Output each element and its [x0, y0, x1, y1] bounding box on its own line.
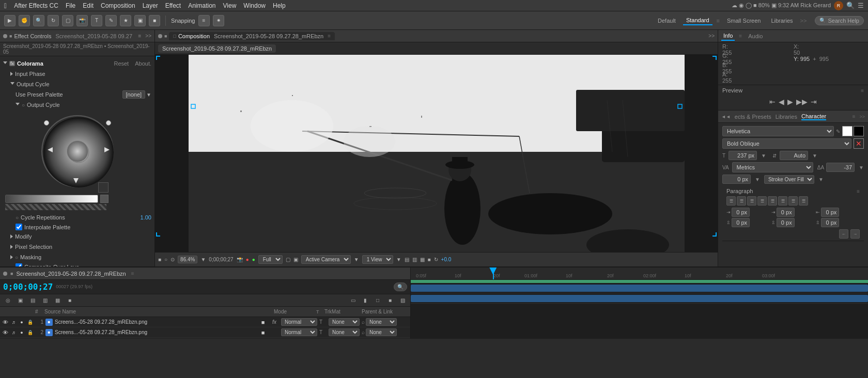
para-btn-1[interactable]: ←	[839, 229, 848, 239]
indent-input-1[interactable]	[732, 208, 750, 217]
output-cycle-triangle[interactable]	[10, 82, 14, 87]
tl-btn-2[interactable]: ▣	[16, 296, 25, 305]
tab-libraries[interactable]: Libraries	[776, 114, 797, 120]
align-justify-all-btn[interactable]: ☰	[788, 196, 798, 206]
timeline-menu[interactable]: ≡	[131, 271, 134, 276]
comp-tab-menu[interactable]: ≡	[328, 33, 331, 39]
workspace-standard[interactable]: Standard	[683, 16, 712, 25]
layer-1-parent[interactable]: None	[366, 318, 397, 326]
quality-select[interactable]: Full	[258, 255, 283, 264]
layer-2-lock[interactable]: 🔒	[27, 329, 33, 336]
comp-res-icon2[interactable]: ▣	[293, 257, 298, 262]
layer-1-lock[interactable]: 🔒	[27, 319, 33, 325]
rect-tool[interactable]: ▢	[62, 15, 73, 26]
comp-close-btn[interactable]	[158, 34, 162, 38]
tl-btn-11[interactable]: ▨	[398, 296, 407, 305]
menu-list-icon[interactable]: ☰	[858, 2, 864, 9]
layer-2-audio[interactable]: ♬	[10, 329, 17, 336]
track-row-2[interactable]	[411, 293, 868, 304]
masking-triangle[interactable]	[10, 255, 13, 259]
output-cycle-row[interactable]: Output Cycle	[0, 79, 154, 89]
style-select[interactable]: Bold Oblique	[722, 138, 851, 149]
stroke-size-arrow[interactable]: ▼	[755, 177, 760, 182]
stroke-color-swatch[interactable]	[854, 126, 864, 136]
layer-1-mode[interactable]: Normal	[281, 318, 317, 326]
comp-breadcrumb-tab[interactable]: Screenshot_2019-05-28 09.27.28_mREbzn	[158, 44, 276, 53]
right-expand-btn[interactable]: >>	[859, 114, 865, 119]
menu-after-effects[interactable]: After Effects CC	[14, 2, 58, 9]
tl-btn-5[interactable]: ▦	[53, 296, 62, 305]
menu-view[interactable]: View	[223, 2, 237, 9]
prev-frame-fwd-btn[interactable]: ▶▶	[796, 98, 808, 106]
reset-btn[interactable]: Reset	[114, 60, 129, 67]
snapping-toggle[interactable]: ≡	[198, 15, 210, 26]
wheel-end-marker[interactable]	[98, 182, 109, 193]
tab-audio[interactable]: Audio	[746, 32, 765, 40]
indent-input-3[interactable]	[821, 208, 839, 217]
size-arrow[interactable]: ▼	[761, 153, 766, 159]
pen-tool[interactable]: ✎	[105, 15, 117, 26]
tab-effects-presets[interactable]: ects & Presets	[735, 114, 771, 120]
modify-triangle[interactable]	[10, 234, 13, 239]
interpolate-checkbox[interactable]	[16, 224, 22, 230]
tl-btn-1[interactable]: ◎	[3, 296, 12, 305]
menu-help[interactable]: Help	[273, 2, 286, 9]
kerning-input[interactable]	[826, 163, 855, 172]
leading-arrow[interactable]: ▼	[812, 153, 817, 159]
char-menu-icon[interactable]: ≡	[853, 114, 856, 119]
prev-start-btn[interactable]: ⇤	[769, 98, 776, 106]
info-menu-icon[interactable]: ≡	[739, 33, 742, 39]
layer-1-name[interactable]: Screens...-05-28 09.27.28_mREbzn.png	[55, 319, 256, 325]
timeline-close-btn[interactable]	[3, 272, 7, 276]
comp-layout-btn4[interactable]: ■	[428, 257, 431, 262]
pixel-selection-row[interactable]: Pixel Selection	[0, 242, 154, 252]
layer-2-switch[interactable]: ■	[258, 329, 268, 336]
output-cycle-sub-triangle[interactable]	[16, 103, 20, 107]
prev-frame-back-btn[interactable]: ◀	[779, 98, 784, 106]
align-left-btn[interactable]: ☰	[726, 196, 736, 206]
comp-refresh-btn[interactable]: ↻	[434, 257, 438, 262]
comp-main-tab[interactable]: □ Composition Screenshot_2019-05-28 09.2…	[169, 32, 335, 40]
about-btn[interactable]: About.	[135, 60, 151, 67]
comp-color-icon2[interactable]: ●	[252, 257, 255, 262]
layer-1-audio[interactable]: ♬	[10, 319, 17, 325]
align-justify-center-btn[interactable]: ☰	[768, 196, 777, 206]
tab-character[interactable]: Character	[801, 113, 826, 120]
gradient-end-box[interactable]	[100, 195, 109, 203]
comp-panel-expand[interactable]: >>	[708, 33, 715, 39]
tl-btn-6[interactable]: ■	[65, 296, 74, 305]
comp-res-icon[interactable]: ▢	[286, 257, 290, 262]
selection-tool[interactable]: ▶	[4, 15, 16, 26]
workspace-libraries[interactable]: Libraries	[768, 17, 796, 25]
composite-checkbox[interactable]	[16, 263, 22, 266]
menu-effect[interactable]: Effect	[165, 2, 181, 9]
menu-layer[interactable]: Layer	[143, 2, 158, 9]
pixel-selection-triangle[interactable]	[10, 245, 13, 249]
layer-1-parent-icon[interactable]: ⌕	[362, 319, 365, 325]
layer-2-solo[interactable]: ●	[19, 329, 25, 336]
prev-end-btn[interactable]: ⇥	[811, 98, 817, 106]
timeline-ruler[interactable]: 0:05f 10f 20f 01:00f 10f 20f 02:00f 10f …	[411, 267, 868, 280]
tab-info[interactable]: Info	[721, 32, 735, 41]
apple-menu[interactable]: 	[4, 2, 7, 10]
layer-1-visibility[interactable]: 👁	[2, 319, 8, 325]
tl-btn-9[interactable]: □	[373, 296, 382, 305]
fill-color-swatch[interactable]	[842, 126, 853, 136]
output-cycle-sub-row[interactable]: ○ Output Cycle	[0, 100, 154, 110]
font-edit-icon[interactable]: ✎	[836, 129, 840, 134]
comp-color-icon[interactable]: ●	[246, 257, 249, 262]
layer-2-trkmat[interactable]: None	[329, 328, 360, 336]
tl-btn-8[interactable]: ▮	[361, 296, 370, 305]
input-phase-row[interactable]: Input Phase	[0, 69, 154, 79]
tl-btn-7[interactable]: ▭	[348, 296, 358, 305]
workspace-expand[interactable]: ≡	[717, 18, 720, 24]
tl-btn-4[interactable]: ▥	[40, 296, 50, 305]
layer-1-switch[interactable]: ■	[258, 319, 268, 325]
snap-options[interactable]: ✷	[213, 15, 224, 26]
preset-dropdown-arrow[interactable]: ▼	[146, 92, 151, 98]
stroke-arrow[interactable]: ▼	[818, 177, 824, 182]
no-stroke-swatch[interactable]: ✕	[854, 138, 864, 149]
comp-viewport[interactable]	[155, 55, 718, 252]
layer-1-solo[interactable]: ●	[19, 319, 25, 325]
prev-play-btn[interactable]: ▶	[787, 98, 793, 106]
